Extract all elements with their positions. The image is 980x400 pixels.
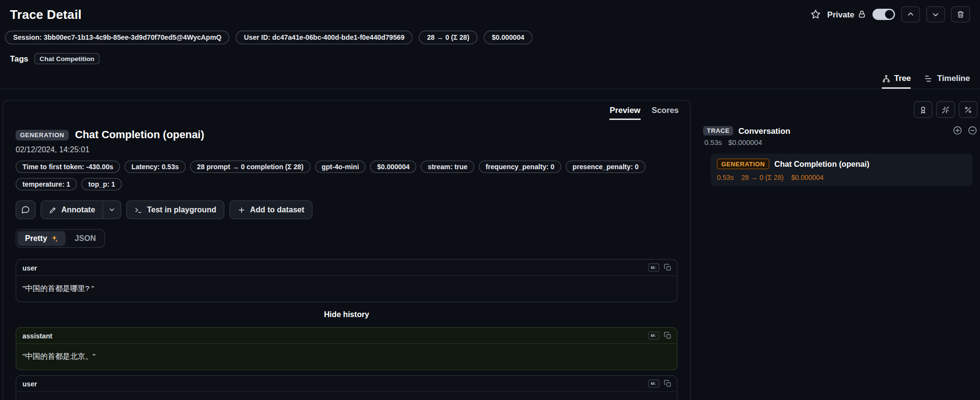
message-content: "中国的首都是北京。" <box>16 344 677 369</box>
scores-toggle-button[interactable] <box>914 101 932 118</box>
trace-tree-panel: TRACE Conversation 0.53s $0.000004 <box>703 100 978 186</box>
panel-body: GENERATION Chat Completion (openai) 02/1… <box>3 120 690 400</box>
trace-meta-row: Session: 3bb00ec7-1b13-4c9b-85ee-3d9d70f… <box>0 31 980 44</box>
user-id-pill[interactable]: User ID: dc47a41e-06bc-400d-bde1-f0e440d… <box>236 31 413 44</box>
timeline-icon <box>925 74 933 83</box>
next-trace-button[interactable] <box>926 6 945 22</box>
message-header-icons: M↓ <box>648 380 672 388</box>
tag-badge[interactable]: Chat Competition <box>34 53 99 64</box>
copy-icon[interactable] <box>664 263 672 272</box>
page-title: Trace Detail <box>10 7 82 22</box>
token-usage-pill: 28 → 0 (Σ 28) <box>419 31 478 44</box>
annotate-button[interactable]: Annotate <box>41 201 102 219</box>
main-content: Preview Scores GENERATION Chat Completio… <box>0 100 980 400</box>
collapse-all-button[interactable] <box>936 101 955 118</box>
test-in-playground-button[interactable]: Test in playground <box>126 200 224 219</box>
tree-node-title: Chat Completion (openai) <box>774 160 869 168</box>
delete-trace-button[interactable] <box>951 6 970 22</box>
node-latency: 0.53s <box>717 174 734 181</box>
sparkle-icon <box>51 235 58 242</box>
format-pretty-label: Pretty <box>25 234 48 243</box>
tags-label: Tags <box>10 54 29 63</box>
privacy-indicator: Private <box>827 10 866 19</box>
message-card-user-1: user M↓ "中国的首都是哪里? " <box>16 259 678 302</box>
markdown-icon[interactable]: M↓ <box>648 332 659 340</box>
pill-model[interactable]: gpt-4o-mini <box>315 160 365 173</box>
observation-pills: Time to first token: -430.00s Latency: 0… <box>16 160 678 191</box>
chevron-down-icon <box>108 206 116 213</box>
node-cost: $0.000004 <box>791 174 824 181</box>
pill-cost: $0.000004 <box>370 160 416 173</box>
add-to-dataset-button[interactable]: Add to dataset <box>230 200 313 219</box>
tree-node-generation[interactable]: GENERATION Chat Completion (openai) 0.53… <box>711 154 973 186</box>
pill-presence-penalty: presence_penalty: 0 <box>565 160 646 173</box>
copy-icon[interactable] <box>664 332 672 340</box>
star-icon <box>810 9 821 20</box>
toggle-knob <box>885 10 894 19</box>
pill-temperature: temperature: 1 <box>16 178 77 191</box>
message-role: user <box>22 380 37 387</box>
hide-history-button[interactable]: Hide history <box>16 310 678 319</box>
privacy-label: Private <box>827 10 854 19</box>
tab-tree[interactable]: Tree <box>881 74 911 89</box>
markdown-icon[interactable]: M↓ <box>648 380 659 388</box>
chevron-up-icon <box>906 10 915 19</box>
trace-root-row[interactable]: TRACE Conversation <box>703 126 978 136</box>
session-pill[interactable]: Session: 3bb00ec7-1b13-4c9b-85ee-3d9d70f… <box>5 31 230 44</box>
tab-timeline[interactable]: Timeline <box>925 74 970 89</box>
terminal-icon <box>134 206 143 214</box>
message-header: user M↓ <box>16 376 677 392</box>
annotate-split-button: Annotate <box>41 200 121 219</box>
observation-title: Chat Completion (openai) <box>75 128 204 141</box>
format-pretty-button[interactable]: Pretty <box>17 231 66 246</box>
markdown-icon[interactable]: M↓ <box>648 263 659 272</box>
prev-trace-button[interactable] <box>901 6 920 22</box>
copy-icon[interactable] <box>664 380 672 388</box>
generation-badge: GENERATION <box>717 159 769 169</box>
annotate-dropdown-button[interactable] <box>102 201 120 219</box>
privacy-toggle[interactable] <box>872 9 895 20</box>
message-card-user-2: user M↓ "谢谢" <box>16 375 678 400</box>
message-header-icons: M↓ <box>648 263 672 272</box>
top-bar: Trace Detail Private <box>0 0 980 24</box>
lock-icon <box>858 10 866 19</box>
trace-title: Conversation <box>738 126 790 135</box>
observation-panel: Preview Scores GENERATION Chat Completio… <box>2 100 691 400</box>
message-header: user M↓ <box>16 260 677 276</box>
observation-actions: Annotate Test in playground <box>16 200 678 219</box>
tags-row: Tags Chat Competition <box>0 44 980 70</box>
tree-toolbar <box>703 101 978 118</box>
tab-scores[interactable]: Scores <box>651 106 679 120</box>
message-content: "谢谢" <box>16 392 677 400</box>
chevron-down-icon <box>931 10 940 19</box>
pill-time-to-first-token: Time to first token: -430.00s <box>16 160 120 173</box>
pencil-icon <box>49 206 57 214</box>
comment-button[interactable] <box>16 200 35 219</box>
observation-header: GENERATION Chat Completion (openai) <box>16 128 678 141</box>
star-button[interactable] <box>810 9 821 20</box>
tab-preview[interactable]: Preview <box>610 106 640 120</box>
expand-node-button[interactable] <box>952 126 963 136</box>
node-tokens: 28 → 0 (Σ 28) <box>741 174 783 181</box>
message-card-assistant: assistant M↓ "中国的首都是北京。" <box>16 327 678 370</box>
metrics-toggle-button[interactable] <box>959 101 978 118</box>
pill-top-p: top_p: 1 <box>82 178 122 191</box>
trace-badge: TRACE <box>703 126 733 135</box>
pill-latency: Latency: 0.53s <box>125 160 186 173</box>
collapse-node-button[interactable] <box>967 126 978 136</box>
generation-type-badge: GENERATION <box>16 129 68 140</box>
tab-tree-label: Tree <box>894 74 911 83</box>
pill-frequency-penalty: frequency_penalty: 0 <box>479 160 561 173</box>
add-to-dataset-label: Add to dataset <box>250 206 304 214</box>
plus-icon <box>237 206 246 214</box>
message-role: assistant <box>22 332 52 339</box>
trace-metrics: 0.53s $0.000004 <box>704 139 978 146</box>
format-json-button[interactable]: JSON <box>67 231 103 246</box>
comment-icon <box>21 206 30 214</box>
tree-node-header: GENERATION Chat Completion (openai) <box>717 159 966 169</box>
pill-token-usage: 28 prompt → 0 completion (Σ 28) <box>190 160 311 173</box>
tree-icon <box>881 74 890 83</box>
observation-timestamp: 02/12/2024, 14:25:01 <box>16 145 678 154</box>
view-tabs: Tree Timeline <box>0 70 980 89</box>
message-content: "中国的首都是哪里? " <box>16 276 677 302</box>
